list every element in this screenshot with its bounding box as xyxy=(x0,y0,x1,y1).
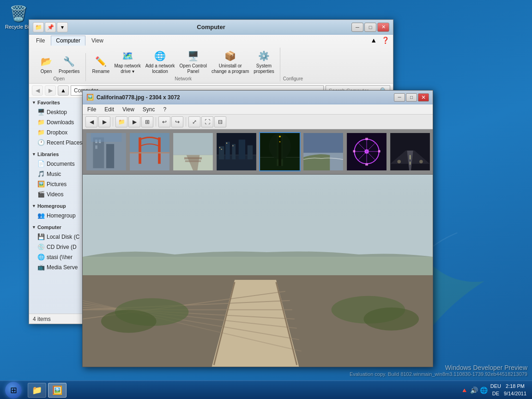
tab-view[interactable]: View xyxy=(86,36,109,46)
iv-rotate-right-button[interactable]: ↪ xyxy=(171,116,183,127)
system-properties-button[interactable]: ⚙️ Systemproperties xyxy=(252,48,276,75)
iv-thumbnail-button[interactable]: ⊞ xyxy=(141,116,153,127)
taskbar-explorer-button[interactable]: 📁 xyxy=(28,383,46,398)
pin-btn[interactable]: 📌 xyxy=(45,22,56,32)
iv-menubar: File Edit View Sync ? xyxy=(83,104,433,115)
cd-drive-icon: 💿 xyxy=(37,243,45,251)
network-drive-icon: 🌐 xyxy=(37,254,45,261)
svg-rect-24 xyxy=(221,149,222,150)
svg-rect-10 xyxy=(158,138,161,164)
clock[interactable]: 2:18 PM 9/14/2011 xyxy=(504,383,526,397)
tab-file[interactable]: File xyxy=(31,36,50,46)
explorer-window-left-controls: 📁 📌 ▾ xyxy=(33,22,68,32)
iv-maximize-button[interactable]: □ xyxy=(406,93,417,102)
maximize-button[interactable]: □ xyxy=(364,23,376,32)
iv-next-button[interactable]: ▶ xyxy=(98,116,110,127)
iv-close-button[interactable]: ✕ xyxy=(418,93,429,102)
iv-menu-file[interactable]: File xyxy=(85,106,98,113)
libraries-arrow: ▼ xyxy=(32,152,36,157)
iv-fullscreen-button[interactable]: ⛶ xyxy=(201,116,213,127)
language-region: DE xyxy=(490,390,501,397)
properties-label: Properties xyxy=(59,69,80,74)
map-network-button[interactable]: 🗺️ Map networkdrive ▾ xyxy=(112,48,142,75)
svg-rect-7 xyxy=(130,133,169,153)
iv-title-text: Califorina0778.jpg - 2304 x 3072 xyxy=(97,94,394,101)
ribbon-group-open: 📂 Open 🔧 Properties Open xyxy=(33,53,86,81)
iv-thumbnails xyxy=(83,129,433,175)
iv-thumbnail-8[interactable] xyxy=(389,132,431,171)
iv-folder-button[interactable]: 📁 xyxy=(115,116,127,127)
open-button[interactable]: 📂 Open xyxy=(36,53,56,75)
iv-thumbnail-3[interactable] xyxy=(172,132,214,171)
control-panel-label: Open ControlPanel xyxy=(180,63,207,74)
tray-icons: 🔺 🔊 🌐 xyxy=(460,387,488,394)
back-button[interactable]: ◀ xyxy=(32,85,43,96)
uninstall-program-button[interactable]: 📦 Uninstall orchange a program xyxy=(210,48,251,75)
iv-slideshow-button[interactable]: ▶ xyxy=(128,116,140,127)
ribbon-help-icon[interactable]: ❓ xyxy=(380,36,391,46)
dropbox-icon: 📁 xyxy=(37,129,45,136)
explorer-window-controls: ─ □ ✕ xyxy=(351,23,389,32)
svg-point-70 xyxy=(101,310,157,333)
ribbon-content: 📂 Open 🔧 Properties Open ✏️ Rename xyxy=(29,46,393,83)
svg-point-51 xyxy=(419,160,423,163)
favorites-arrow: ▼ xyxy=(32,100,36,105)
network-group-label: Network xyxy=(175,76,192,81)
iv-minimize-button[interactable]: ─ xyxy=(394,93,405,102)
start-button[interactable]: ⊞ xyxy=(2,382,25,399)
iv-grid-button[interactable]: ⊟ xyxy=(214,116,226,127)
svg-rect-12 xyxy=(173,133,213,155)
computer-arrow: ▼ xyxy=(32,225,36,230)
iv-thumbnail-6[interactable] xyxy=(302,132,344,171)
iv-menu-sync[interactable]: Sync xyxy=(141,106,157,113)
recent-places-label: Recent Places xyxy=(47,139,82,146)
tray-arrow-icon[interactable]: 🔺 xyxy=(460,387,468,394)
homegroup-text: Homegroup xyxy=(47,212,76,219)
add-network-location-button[interactable]: 🌐 Add a networklocation xyxy=(144,48,177,75)
quick-access-btn[interactable]: 📁 xyxy=(33,22,44,32)
dropdown-btn[interactable]: ▾ xyxy=(57,22,68,32)
svg-rect-1 xyxy=(93,138,104,169)
up-button[interactable]: ▲ xyxy=(58,85,69,96)
help-btn[interactable]: ▲ xyxy=(369,36,379,46)
recycle-bin[interactable]: 🗑️ Recycle Bin xyxy=(5,5,32,30)
svg-rect-5 xyxy=(106,144,114,168)
tab-computer[interactable]: Computer xyxy=(51,36,85,46)
documents-label: Documents xyxy=(47,161,75,167)
homegroup-icon: 👥 xyxy=(37,212,45,219)
rename-button[interactable]: ✏️ Rename xyxy=(91,53,112,75)
iv-thumbnail-4[interactable] xyxy=(216,132,257,171)
iv-menu-edit[interactable]: Edit xyxy=(103,106,116,113)
iv-thumbnail-2[interactable] xyxy=(129,132,170,171)
media-server-label: Media Serve xyxy=(47,264,78,271)
iv-menu-view[interactable]: View xyxy=(121,106,136,113)
properties-button[interactable]: 🔧 Properties xyxy=(57,53,82,75)
ribbon: File Computer View ▲ ❓ 📂 Open 🔧 Properti… xyxy=(29,35,393,84)
iv-thumbnail-7[interactable] xyxy=(346,132,387,171)
iv-rotate-left-button[interactable]: ↩ xyxy=(158,116,170,127)
network-icon[interactable]: 🌐 xyxy=(480,387,488,394)
svg-rect-25 xyxy=(226,143,227,144)
language-indicator[interactable]: DEU DE xyxy=(490,383,501,397)
minimize-button[interactable]: ─ xyxy=(351,23,363,32)
iv-thumbnail-5[interactable] xyxy=(259,132,301,171)
iv-thumbnail-1[interactable] xyxy=(85,132,127,171)
iv-prev-button[interactable]: ◀ xyxy=(85,116,97,127)
iv-menu-help[interactable]: ? xyxy=(162,106,169,113)
open-control-panel-button[interactable]: 🖥️ Open ControlPanel xyxy=(178,48,209,75)
volume-icon[interactable]: 🔊 xyxy=(470,387,478,394)
iv-titlebar: 🖼️ Califorina0778.jpg - 2304 x 3072 ─ □ … xyxy=(83,91,433,104)
iv-toolbar-sep1 xyxy=(113,117,113,127)
taskbar-image-viewer-button[interactable]: 🖼️ xyxy=(48,383,66,398)
pictures-label: Pictures xyxy=(47,181,66,187)
forward-button[interactable]: ▶ xyxy=(45,85,56,96)
iv-title-icon: 🖼️ xyxy=(86,94,94,101)
map-network-icon: 🗺️ xyxy=(120,48,135,63)
svg-rect-22 xyxy=(248,145,253,159)
svg-rect-8 xyxy=(130,153,169,170)
svg-point-33 xyxy=(279,141,281,143)
system-properties-label: Systemproperties xyxy=(254,63,274,74)
close-button[interactable]: ✕ xyxy=(377,23,389,32)
iv-fit-button[interactable]: ⤢ xyxy=(188,116,200,127)
videos-label: Videos xyxy=(47,191,63,198)
